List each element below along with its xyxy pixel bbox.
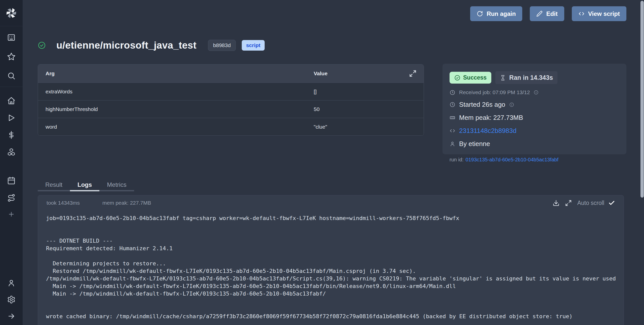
pencil-icon: [536, 11, 543, 17]
toolbar: Run again Edit View script: [470, 6, 626, 21]
resources-icon[interactable]: [7, 148, 16, 156]
script-hash-link[interactable]: 23131148c2b8983d: [459, 127, 516, 135]
workers-route-icon[interactable]: [7, 194, 16, 202]
info-icon[interactable]: [534, 90, 539, 95]
favorites-icon[interactable]: [7, 52, 16, 61]
hourglass-icon: [500, 75, 506, 81]
job-status-panel: Success Ran in 14.343s Received job: 07:…: [442, 64, 626, 154]
user-icon: [450, 141, 455, 147]
edit-label: Edit: [546, 10, 557, 17]
started-label: Started 26s ago: [459, 101, 505, 109]
refresh-icon: [477, 11, 483, 17]
arg-cell: word: [38, 124, 314, 130]
value-cell: []: [314, 89, 424, 95]
code-icon: [450, 128, 455, 134]
windmill-logo[interactable]: [0, 0, 23, 26]
memory-icon: [450, 115, 455, 121]
triggered-by-row: By etienne: [450, 140, 619, 148]
schedules-icon[interactable]: [7, 176, 16, 185]
status-badge: Success: [450, 72, 491, 84]
table-row: word "clue": [38, 118, 424, 135]
variables-icon[interactable]: [7, 131, 16, 139]
tab-logs[interactable]: Logs: [70, 179, 99, 191]
tab-metrics[interactable]: Metrics: [99, 179, 134, 191]
main-content: Run again Edit View script u/etienne/mic…: [23, 0, 644, 325]
tab-result[interactable]: Result: [38, 179, 70, 191]
received-row: Received job: 07:09 PM 13/12: [450, 89, 619, 95]
duration-chip: Ran in 14.343s: [495, 71, 557, 84]
page-header: u/etienne/microsoft_java_test b8983d scr…: [38, 40, 265, 51]
edit-button[interactable]: Edit: [530, 6, 564, 21]
arg-column-header: Arg: [38, 70, 314, 77]
value-cell: 50: [314, 106, 424, 112]
success-check-icon: [38, 41, 46, 49]
mem-peak-label: Mem peak: 227.73MB: [459, 114, 523, 122]
view-script-button[interactable]: View script: [572, 6, 626, 21]
duration-label: Ran in 14.343s: [509, 74, 553, 81]
expand-logs-icon[interactable]: [565, 200, 572, 206]
run-id-label: run id:: [450, 157, 464, 162]
script-kind-badge: script: [242, 40, 265, 51]
script-hash-badge[interactable]: b8983d: [208, 40, 236, 51]
args-table-body: extraWords [] highNumberThreshold 50 wor…: [38, 83, 424, 135]
value-column-header: Value: [314, 70, 409, 77]
started-row: Started 26s ago: [450, 101, 619, 109]
arg-cell: extraWords: [38, 89, 314, 95]
received-label: Received job: 07:09 PM 13/12: [459, 89, 530, 95]
triggered-by-label: By etienne: [459, 140, 490, 148]
settings-gear-icon[interactable]: [7, 295, 16, 304]
arg-cell: highNumberThreshold: [38, 106, 314, 112]
args-table-header: Arg Value: [38, 64, 424, 83]
auto-scroll-toggle[interactable]: Auto scroll: [577, 200, 615, 206]
mem-peak-row: Mem peak: 227.73MB: [450, 114, 619, 122]
add-icon[interactable]: [8, 211, 15, 218]
log-took: took 14343ms: [47, 200, 80, 206]
runs-icon[interactable]: [7, 114, 16, 122]
tab-bar: Result Logs Metrics: [38, 179, 134, 191]
table-row: highNumberThreshold 50: [38, 100, 424, 118]
code-icon: [578, 11, 585, 17]
run-id-row: run id:0193c135-ab7d-60e5-2b10-04b5ac13f…: [450, 157, 619, 163]
user-icon[interactable]: [7, 279, 16, 287]
log-panel: took 14343ms mem peak: 227.7MB Auto scro…: [38, 195, 624, 325]
status-badge-label: Success: [463, 74, 487, 81]
expand-sidebar-icon[interactable]: [7, 312, 16, 320]
view-script-label: View script: [588, 10, 620, 17]
log-mem-peak: mem peak: 227.7MB: [102, 200, 151, 206]
table-row: extraWords []: [38, 83, 424, 100]
workspace-icon[interactable]: [7, 33, 16, 42]
info-icon[interactable]: [509, 102, 514, 107]
check-circle-icon: [454, 75, 460, 81]
auto-scroll-label: Auto scroll: [577, 200, 604, 206]
clock-icon: [450, 102, 455, 107]
home-icon[interactable]: [7, 96, 16, 105]
search-icon[interactable]: [7, 71, 16, 80]
sidebar: [0, 0, 23, 325]
log-output[interactable]: job=0193c135-ab7d-60e5-2b10-04b5ac13fabf…: [46, 214, 624, 320]
checkmark-icon: [608, 200, 615, 206]
page-title: u/etienne/microsoft_java_test: [56, 40, 196, 51]
run-id-link[interactable]: 0193c135-ab7d-60e5-2b10-04b5ac13fabf: [466, 157, 558, 162]
value-cell: "clue": [314, 124, 424, 130]
expand-args-icon[interactable]: [409, 70, 417, 77]
script-hash-row: 23131148c2b8983d: [450, 127, 619, 135]
clock-icon: [450, 90, 455, 95]
log-panel-header: took 14343ms mem peak: 227.7MB Auto scro…: [38, 195, 624, 210]
page-scrollbar-thumb[interactable]: [640, 1, 644, 198]
run-again-label: Run again: [487, 10, 516, 17]
args-table: Arg Value extraWords [] highNumberThresh…: [38, 64, 424, 136]
run-again-button[interactable]: Run again: [470, 6, 522, 21]
download-logs-icon[interactable]: [553, 200, 559, 206]
